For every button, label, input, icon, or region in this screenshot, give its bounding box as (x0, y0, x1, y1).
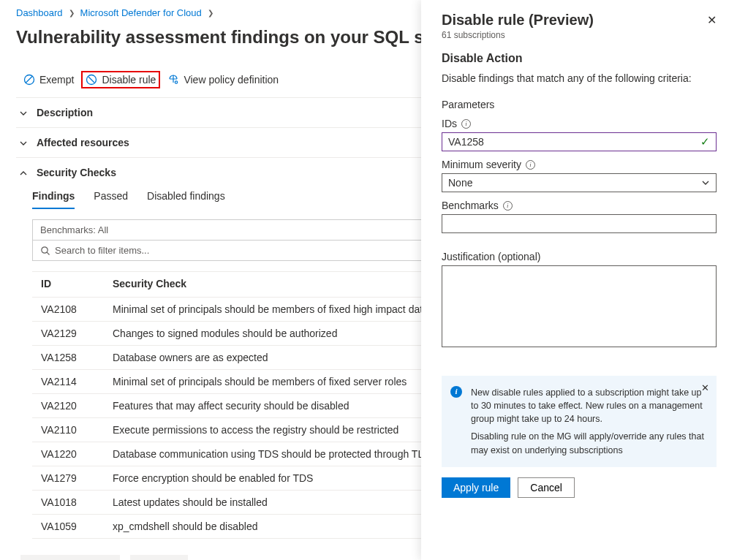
section-description-label: Description (37, 107, 93, 118)
trigger-logic-app-button[interactable]: Trigger logic app (20, 555, 120, 560)
cell-id: VA1279 (41, 472, 113, 484)
panel-desc: Disable findings that match any of the f… (442, 72, 717, 84)
col-id[interactable]: ID (41, 278, 113, 290)
cell-id: VA1220 (41, 448, 113, 460)
chevron-right-icon: ❯ (208, 9, 213, 17)
cell-id: VA2120 (41, 400, 113, 412)
chevron-down-icon (19, 139, 26, 146)
chevron-right-icon: ❯ (69, 9, 75, 17)
disable-rule-panel: Disable rule (Preview) ✕ 61 subscription… (421, 0, 737, 560)
cell-id: VA1018 (41, 496, 113, 508)
section-checks-label: Security Checks (37, 167, 116, 178)
ids-label: IDs (442, 118, 457, 129)
svg-line-3 (88, 77, 94, 83)
svg-point-4 (175, 81, 178, 83)
search-placeholder: Search to filter items... (55, 245, 149, 256)
info-alert: i ✕ New disable rules applied to a subsc… (442, 376, 717, 467)
bc-defender[interactable]: Microsoft Defender for Cloud (80, 7, 202, 18)
close-icon[interactable]: ✕ (701, 382, 709, 396)
panel-title: Disable rule (Preview) (442, 12, 594, 29)
panel-subtitle: 61 subscriptions (442, 30, 717, 40)
chevron-up-icon (19, 169, 26, 176)
alert-text-1: New disable rules applied to a subscript… (471, 386, 706, 425)
policy-icon (167, 74, 179, 86)
view-policy-button[interactable]: View policy definition (160, 69, 286, 90)
severity-value: None (448, 177, 472, 189)
svg-line-1 (26, 76, 33, 83)
tab-disabled[interactable]: Disabled findings (147, 190, 225, 209)
cell-id: VA1059 (41, 521, 113, 532)
search-icon (40, 246, 50, 256)
cancel-button[interactable]: Cancel (518, 477, 575, 498)
info-icon[interactable]: i (503, 201, 513, 211)
tab-findings[interactable]: Findings (32, 190, 75, 209)
apply-rule-button[interactable]: Apply rule (442, 477, 510, 498)
alert-text-2: Disabling rule on the MG will apply/over… (471, 430, 706, 456)
close-icon[interactable]: ✕ (707, 13, 717, 27)
severity-select[interactable]: None (442, 173, 717, 192)
exempt-label: Exempt (39, 74, 74, 86)
section-affected-label: Affected resources (37, 137, 129, 148)
chevron-down-icon (701, 178, 710, 187)
disable-rule-label: Disable rule (102, 74, 156, 86)
benchmarks-label: Benchmarks (442, 200, 499, 211)
disable-icon (86, 74, 97, 86)
svg-line-6 (47, 252, 49, 254)
parameters-label: Parameters (442, 99, 717, 110)
cell-id: VA2129 (41, 328, 113, 339)
checkmark-icon: ✓ (700, 135, 710, 148)
info-icon[interactable]: i (526, 160, 535, 170)
cell-id: VA2108 (41, 303, 113, 315)
cell-id: VA2114 (41, 376, 113, 387)
ids-value: VA1258 (448, 136, 484, 148)
exempt-button[interactable]: Exempt (16, 69, 81, 90)
cell-id: VA1258 (41, 352, 113, 363)
info-icon: i (450, 386, 462, 398)
info-icon[interactable]: i (461, 119, 471, 129)
exempt-bottom-button[interactable]: Exempt (130, 555, 188, 560)
benchmarks-input[interactable] (442, 214, 717, 233)
justification-label: Justification (optional) (442, 251, 540, 262)
ids-input[interactable]: VA1258 ✓ (442, 132, 717, 151)
disable-rule-button[interactable]: Disable rule (81, 71, 160, 88)
svg-point-5 (42, 246, 48, 252)
bc-dashboard[interactable]: Dashboard (16, 7, 63, 18)
cell-id: VA2110 (41, 424, 113, 436)
panel-heading: Disable Action (442, 52, 717, 65)
exempt-icon (23, 74, 35, 86)
tab-passed[interactable]: Passed (94, 190, 128, 209)
justification-textarea[interactable] (442, 265, 717, 347)
chevron-down-icon (19, 109, 26, 116)
severity-label: Minimum severity (442, 159, 521, 170)
view-policy-label: View policy definition (184, 74, 279, 86)
